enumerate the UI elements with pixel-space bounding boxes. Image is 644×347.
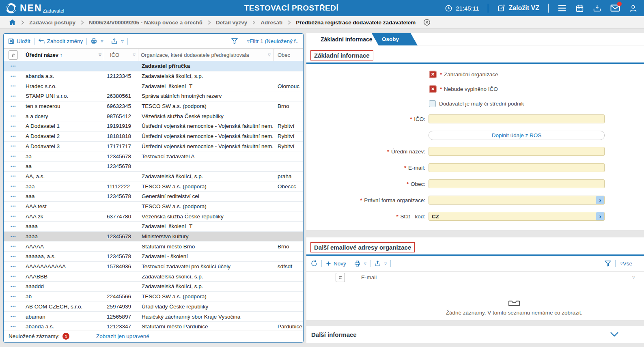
row-handle-icon[interactable]: ••• [4,295,23,299]
table-row[interactable]: •••ab22445566TESCO SW a.s. (podpora) [4,292,303,302]
refresh-button[interactable] [310,260,318,267]
column-filter-icon[interactable]: ▽ [268,53,271,57]
show-edited-link[interactable]: Zobrazit jen upravené [96,333,149,339]
save-button[interactable]: Uložit [8,38,30,45]
table-row[interactable]: •••AAAAAStatutární město BrnoBrno [4,241,303,252]
column-filter-icon[interactable]: ▽ [632,275,635,279]
lookup-chevron-button[interactable]: › [596,196,604,204]
table-row[interactable]: •••ten s mezerou69632345TESCO SW a.s. (p… [4,101,303,112]
row-handle-icon[interactable]: ••• [4,274,23,278]
row-handle-icon[interactable]: ••• [4,244,23,248]
row-handle-icon[interactable]: ••• [4,194,23,198]
breadcrumb-item[interactable]: Detail výzvy [216,19,247,26]
print-button[interactable]: ▽ [90,38,103,45]
messages-button[interactable] [610,4,620,12]
table-row[interactable]: •••AAAAAAAAAAA15784936Testovací zadavate… [4,262,303,272]
tab-zakladni-informace[interactable]: Základní informace [306,33,379,45]
row-handle-icon[interactable]: ••• [4,325,23,329]
row-handle-icon[interactable]: ••• [4,74,23,78]
table-row[interactable]: •••A Dodavatel 218181818Ústřední vojensk… [4,131,303,142]
column-filter-icon[interactable]: ▽ [99,53,101,57]
user-icon[interactable] [629,4,638,13]
discard-changes-button[interactable]: Zahodit změny [38,38,83,45]
column-filter-icon[interactable]: ▽ [133,53,136,57]
row-handle-icon[interactable]: ••• [4,134,23,138]
export-button[interactable]: ▽ [111,38,123,45]
home-icon[interactable] [9,19,16,26]
table-row[interactable]: •••AA, a.s.Zadavatelská školící, s.p.pra… [4,172,303,182]
row-handle-icon[interactable]: ••• [4,204,23,208]
row-handle-icon[interactable]: ••• [4,224,23,228]
ros-fill-button[interactable]: Doplnit údaje z ROS [429,131,605,140]
field-input[interactable] [429,163,605,172]
table-row[interactable]: •••AAA zk63774780Vězeňská služba České r… [4,211,303,222]
filter-funnel-icon[interactable] [604,260,612,267]
row-handle-icon[interactable]: ••• [4,84,23,88]
row-handle-icon[interactable]: ••• [4,265,23,269]
breadcrumb-item[interactable]: Adresáti [261,19,282,26]
table-row[interactable]: •••a a dcery98765412Vězeňská služba Česk… [4,111,303,121]
column-header-name[interactable]: Úřední název ↑ ▽ [23,49,104,61]
field-input[interactable] [429,179,605,188]
more-info-section[interactable]: Další informace [306,326,644,343]
calendar-icon[interactable] [575,4,584,13]
row-handle-icon[interactable]: ••• [4,315,23,319]
row-handle-icon[interactable]: ••• [4,94,23,98]
crossed-checkbox-icon[interactable]: ✕ [429,71,437,78]
field-input[interactable] [429,147,605,156]
row-handle-icon[interactable]: ••• [4,304,23,308]
column-header-org[interactable]: Organizace, které dodavatele předregistr… [138,49,274,61]
table-row[interactable]: •••Hradec s.r.o.Zadavatel_školení_TOlomo… [4,81,303,91]
crossed-checkbox-icon[interactable]: ✕ [429,85,437,93]
table-row[interactable]: •••Zadavatel příručka [4,61,303,71]
row-handle-icon[interactable]: ••• [4,235,23,239]
table-row[interactable]: •••STAMP UNI s.r.o.26380561Správa státní… [4,91,303,101]
breadcrumb-item[interactable]: Zadávací postupy [29,19,75,26]
show-all-filter[interactable]: Vše [623,261,632,267]
table-row[interactable]: •••aaaaaa, a.s.12345678Zadavatel - škole… [4,252,303,262]
new-email-button[interactable]: Nový [325,261,346,267]
table-row[interactable]: •••aa12345678Testovací zadavatel A [4,151,303,162]
table-row[interactable]: •••aaa11112222TESCO SW a.s. (podpora)Obe… [4,181,303,192]
field-input[interactable] [429,196,605,205]
row-handle-icon[interactable]: ••• [4,184,23,188]
menu-icon[interactable] [558,4,566,12]
filter-control[interactable]: ▽ Filtr 1 (Neuložený f... [231,37,299,45]
row-handle-icon[interactable]: ••• [4,114,23,118]
nen-logo[interactable]: NEN Zadavatel [6,3,63,14]
field-input[interactable] [429,212,605,221]
column-header-obec[interactable]: Obec [274,49,303,61]
row-handle-icon[interactable]: ••• [4,164,23,168]
create-vz-button[interactable]: Založit VZ [497,4,539,12]
table-row[interactable]: •••aaaa12345678Ministerstvo kultury [4,232,303,242]
row-handle-icon[interactable]: ••• [4,174,23,178]
export-button[interactable]: ▽ [374,260,387,267]
expand-chevron-icon[interactable] [610,332,619,337]
table-row[interactable]: •••aaadddZadavatelská školící, s.p. [4,282,303,292]
column-header-email[interactable]: E-mail [361,274,377,280]
column-settings-button[interactable] [9,50,18,60]
table-row[interactable]: •••AAABBBZadavatelská školící, s.p. [4,272,303,282]
table-row[interactable]: •••abanda a.s.12123345Zadavatelská školí… [4,71,303,82]
close-page-icon[interactable] [423,19,431,26]
row-handle-icon[interactable]: ••• [4,64,23,68]
row-handle-icon[interactable]: ••• [4,144,23,148]
print-button[interactable]: ▽ [354,260,366,267]
table-row[interactable]: •••AAA testTESCO SW a.s. (podpora) [4,202,303,212]
row-handle-icon[interactable]: ••• [4,284,23,289]
table-row[interactable]: •••aaaaZadavatel_školení_T [4,222,303,232]
row-handle-icon[interactable]: ••• [4,214,23,218]
downloads-icon[interactable] [593,4,601,13]
table-row[interactable]: •••A Dodavatel 119191919Ústřední vojensk… [4,121,303,131]
row-handle-icon[interactable]: ••• [4,104,23,108]
checkbox[interactable] [429,100,436,107]
column-header-ico[interactable]: IČO ▽ [104,49,138,61]
row-handle-icon[interactable]: ••• [4,154,23,158]
column-settings-button[interactable] [336,273,345,282]
lookup-chevron-button[interactable]: › [596,212,604,220]
table-row[interactable]: •••aaa12345678Generální reditelství cel [4,192,303,202]
breadcrumb-item[interactable]: N006/24/V00009205 - Nákup ovoce a ořechů [89,19,202,26]
table-row[interactable]: •••AB COM CZECH, s.r.o.25974939Úřad vlád… [4,302,303,312]
row-handle-icon[interactable]: ••• [4,254,23,259]
row-handle-icon[interactable]: ••• [4,124,23,128]
